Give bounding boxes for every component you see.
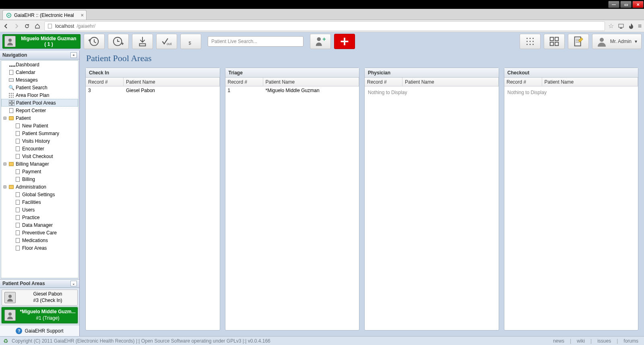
toolbar-floorplan-button[interactable] — [520, 34, 541, 49]
nav-global-settings[interactable]: Global Settings — [1, 191, 78, 198]
toolbar-history-button[interactable] — [84, 34, 105, 49]
avatar-icon — [4, 310, 16, 321]
toolbar-poolareas-button[interactable] — [544, 34, 565, 49]
user-menu[interactable]: Mr. Admin ▾ — [592, 34, 642, 49]
toolbar-add-patient-button[interactable] — [310, 34, 331, 49]
url-path: /gaiaehr/ — [76, 23, 95, 29]
svg-rect-39 — [12, 103, 14, 106]
reload-button[interactable] — [23, 23, 31, 30]
column-header-name[interactable]: Patient Name — [542, 78, 638, 86]
empty-message: Nothing to Display — [504, 86, 638, 99]
support-link[interactable]: ? GaiaEHR Support — [0, 325, 79, 336]
window-minimize-button[interactable]: — — [608, 1, 619, 8]
nav-billing-folder[interactable]: ⊟Billing Manager — [1, 160, 78, 168]
footer-link-forums[interactable]: forums — [621, 338, 641, 344]
svg-rect-38 — [9, 103, 11, 106]
nav-visits-history[interactable]: Visits History — [1, 137, 78, 145]
pool-header: Check In — [86, 68, 220, 78]
pool-rows: 1*Miguelo Middle Guzman — [225, 86, 359, 330]
column-header-record[interactable]: Record # — [365, 78, 402, 86]
ppa-card-active[interactable]: *Miguelo Middle Guzm...#1 (Triage) — [2, 307, 78, 323]
toolbar-notes-button[interactable] — [568, 34, 589, 49]
pool-panel: PhysicianRecord #Patient NameNothing to … — [364, 68, 499, 331]
patient-search-input[interactable] — [208, 36, 303, 47]
nav-patient-folder[interactable]: ⊟Patient — [1, 114, 78, 122]
nav-floor-areas[interactable]: Floor Areas — [1, 244, 78, 252]
column-header-name[interactable]: Patient Name — [124, 78, 220, 86]
nav-billing[interactable]: Billing — [1, 175, 78, 183]
device-icon[interactable] — [618, 23, 624, 29]
nav-facilities[interactable]: Facilities — [1, 198, 78, 206]
toolbar-checkin-button[interactable] — [132, 34, 153, 49]
flame-icon[interactable] — [628, 23, 634, 29]
plus-icon — [339, 35, 351, 47]
svg-rect-22 — [555, 37, 558, 41]
toolbar-checkout-button[interactable]: out — [156, 34, 177, 49]
nav-visit-checkout[interactable]: Visit Checkout — [1, 152, 78, 160]
column-header-name[interactable]: Patient Name — [402, 78, 499, 86]
menu-icon[interactable]: ≡ — [638, 23, 642, 30]
toolbar-payment-button[interactable]: $ — [180, 34, 201, 49]
footer-link-issues[interactable]: issues — [595, 338, 613, 344]
nav-patient-summary[interactable]: Patient Summary — [1, 129, 78, 137]
svg-point-6 — [90, 37, 99, 46]
nav-payment[interactable]: Payment — [1, 168, 78, 175]
window-close-button[interactable]: ✕ — [632, 1, 644, 8]
nav-users[interactable]: Users — [1, 206, 78, 214]
forward-button[interactable] — [13, 23, 20, 30]
back-button[interactable] — [2, 23, 10, 30]
collapse-icon: ⊟ — [3, 185, 7, 189]
column-header-record[interactable]: Record # — [225, 78, 263, 86]
nav-area-floor-plan[interactable]: Area Floor Plan — [1, 91, 78, 99]
current-patient-card[interactable]: Miguelo Middle Guzman ( 1 ) — [2, 34, 80, 49]
sidebar-collapse-button[interactable]: « — [70, 52, 77, 58]
url-input[interactable]: localhost/gaiaehr/ — [44, 21, 605, 31]
nav-patient-search[interactable]: 🔍Patient Search — [1, 84, 78, 91]
table-row[interactable]: 3Giesel Pabon — [86, 86, 220, 94]
svg-point-26 — [600, 38, 604, 42]
nav-messages[interactable]: Messages — [1, 76, 78, 84]
pool-header: Triage — [225, 68, 359, 78]
nav-admin-folder[interactable]: ⊟Administration — [1, 183, 78, 191]
nav-report-center[interactable]: Report Center — [1, 107, 78, 114]
user-plus-icon — [314, 35, 326, 47]
nav-practice[interactable]: Practice — [1, 214, 78, 221]
window-maximize-button[interactable]: ▭ — [620, 1, 632, 8]
nav-preventive-care[interactable]: Preventive Care — [1, 229, 78, 236]
svg-rect-21 — [550, 37, 553, 41]
cell-name: *Miguelo Middle Guzman — [263, 88, 359, 93]
home-button[interactable] — [34, 23, 41, 30]
pool-panel: Check InRecord #Patient Name3Giesel Pabo… — [85, 68, 220, 331]
footer-link-wiki[interactable]: wiki — [574, 338, 587, 344]
nav-data-manager[interactable]: Data Manager — [1, 221, 78, 229]
ppa-card[interactable]: Giesel Pabon#3 (Check In) — [2, 290, 78, 306]
recycle-icon: ♻ — [3, 338, 8, 344]
cell-record: 1 — [225, 88, 263, 93]
svg-rect-8 — [140, 44, 146, 46]
nav-encounter[interactable]: Encounter — [1, 145, 78, 152]
column-header-record[interactable]: Record # — [86, 78, 124, 86]
column-header-record[interactable]: Record # — [504, 78, 542, 86]
footer-link-news[interactable]: news — [551, 338, 567, 344]
chevron-down-icon[interactable]: ⌄ — [70, 281, 77, 286]
tab-close-icon[interactable]: × — [81, 12, 84, 18]
svg-point-19 — [529, 44, 530, 45]
column-header-name[interactable]: Patient Name — [263, 78, 359, 86]
nav-dashboard[interactable]: Dashboard — [1, 61, 78, 68]
window-titlebar: — ▭ ✕ — [0, 0, 644, 9]
svg-point-27 — [9, 93, 10, 94]
url-host: localhost — [55, 23, 74, 29]
column-headers: Record #Patient Name — [86, 78, 220, 86]
app-toolbar: Miguelo Middle Guzman ( 1 ) out $ — [0, 32, 644, 51]
toolbar-emergency-button[interactable] — [334, 34, 355, 49]
toolbar-new-encounter-button[interactable] — [108, 34, 129, 49]
bookmark-star-icon[interactable]: ☆ — [608, 22, 614, 30]
avatar-icon — [4, 36, 16, 47]
nav-calendar[interactable]: Calendar — [1, 68, 78, 76]
table-row[interactable]: 1*Miguelo Middle Guzman — [225, 86, 359, 94]
calendar-icon — [8, 70, 14, 75]
nav-patient-pool-areas[interactable]: Patient Pool Areas — [1, 99, 78, 107]
browser-tab[interactable]: GaiaEHR :: (Electronic Heal × — [2, 10, 87, 20]
nav-medications[interactable]: Medications — [1, 236, 78, 244]
nav-new-patient[interactable]: New Patient — [1, 122, 78, 129]
